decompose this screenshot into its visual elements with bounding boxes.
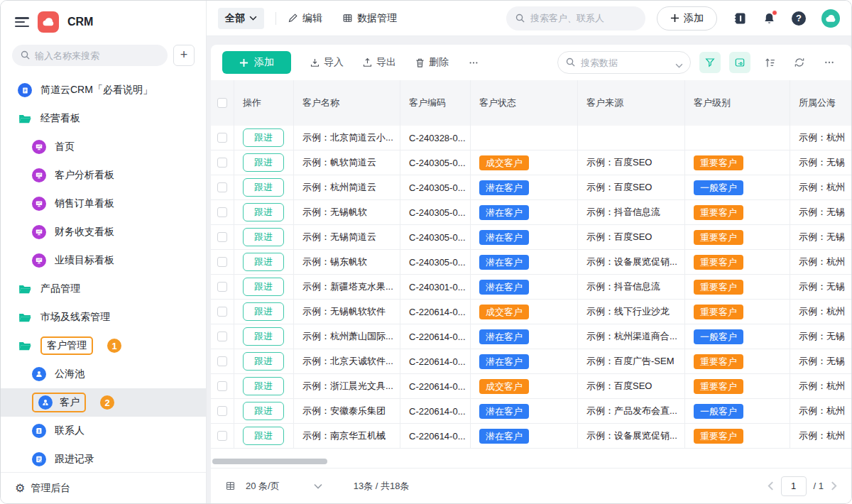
notebook-icon[interactable] [733, 11, 747, 26]
customer-status-cell: 潜在客户 [471, 324, 578, 349]
refresh-button[interactable] [789, 52, 810, 73]
page-size-select[interactable]: 20 条/页 [246, 480, 280, 493]
customer-code-cell: C-240305-0... [400, 175, 471, 199]
add-record-button[interactable]: 添加 [657, 6, 717, 31]
chevron-down-icon[interactable] [675, 58, 683, 71]
row-action-cell: 跟进 [234, 424, 294, 448]
add-button[interactable]: 添加 [222, 51, 291, 74]
sidebar-search-input[interactable] [12, 45, 168, 66]
table-row-5: 跟进示例：锡东帆软C-240305-0...潜在客户示例：设备展览促销...重要… [211, 250, 851, 275]
more-button[interactable] [467, 57, 480, 68]
row-checkbox[interactable] [217, 282, 227, 292]
delete-button[interactable]: 删除 [415, 56, 449, 69]
toolbar-more-button[interactable] [819, 52, 840, 73]
row-checkbox[interactable] [217, 332, 227, 341]
menu-toggle-icon[interactable] [15, 17, 29, 27]
export-button[interactable]: 导出 [362, 56, 396, 69]
follow-up-button[interactable]: 跟进 [243, 402, 284, 420]
row-checkbox[interactable] [217, 158, 227, 168]
follow-up-button[interactable]: 跟进 [243, 352, 284, 371]
table-search-input[interactable] [557, 51, 691, 74]
row-checkbox[interactable] [217, 207, 227, 217]
user-avatar[interactable] [821, 9, 840, 28]
customer-status-cell: 潜在客户 [471, 424, 578, 448]
row-checkbox[interactable] [217, 406, 227, 416]
page-input[interactable] [781, 476, 807, 496]
customer-code-cell: C-220614-0... [400, 374, 471, 398]
follow-up-button[interactable]: 跟进 [243, 327, 284, 346]
customer-name-cell: 示例：锡东帆软 [294, 250, 400, 274]
add-app-button[interactable]: + [173, 45, 195, 66]
sidebar-item-9[interactable]: 客户管理1 [1, 332, 206, 360]
table-body: 跟进示例：北京简道云小...C-240328-0...示例：杭州跟进示例：帆软简… [211, 126, 851, 449]
sidebar-item-1[interactable]: 经营看板 [1, 104, 206, 133]
notification-bell-icon[interactable] [763, 11, 776, 26]
topbar: 全部 编辑 数据管理 添加 [207, 1, 851, 36]
pool-cell: 示例：杭州 [790, 374, 851, 398]
sidebar-item-4[interactable]: 销售订单看板 [1, 190, 206, 218]
row-checkbox[interactable] [217, 232, 227, 242]
row-checkbox[interactable] [217, 182, 227, 192]
sidebar-item-6[interactable]: 业绩目标看板 [1, 246, 206, 275]
chevron-down-icon[interactable] [314, 483, 322, 489]
horizontal-scrollbar-thumb[interactable] [212, 459, 327, 464]
next-page-button[interactable] [831, 481, 837, 491]
select-all-checkbox[interactable] [217, 98, 227, 108]
follow-up-button[interactable]: 跟进 [243, 427, 284, 445]
sidebar-item-13[interactable]: 跟进记录 [1, 445, 206, 472]
edit-button[interactable]: 编辑 [288, 12, 322, 25]
sidebar-item-10[interactable]: 公海池 [1, 360, 206, 388]
row-checkbox[interactable] [217, 307, 227, 317]
row-select-cell [211, 424, 234, 448]
row-select-cell [211, 126, 234, 150]
sidebar-item-8[interactable]: 市场及线索管理 [1, 303, 206, 332]
display-settings-button[interactable] [729, 52, 750, 73]
follow-up-button[interactable]: 跟进 [243, 228, 284, 246]
row-checkbox[interactable] [217, 356, 227, 366]
sort-button[interactable] [759, 52, 780, 73]
admin-backend-button[interactable]: ⚙ 管理后台 [1, 472, 206, 503]
data-manage-button[interactable]: 数据管理 [342, 12, 397, 25]
row-checkbox[interactable] [217, 133, 227, 143]
sidebar-item-0[interactable]: 简道云CRM「必看说明」 [1, 76, 206, 104]
follow-up-button[interactable]: 跟进 [243, 302, 284, 321]
sidebar-item-7[interactable]: 产品管理 [1, 275, 206, 303]
filter-button[interactable] [699, 52, 721, 73]
scope-selector[interactable]: 全部 [218, 8, 264, 29]
sidebar-item-5[interactable]: 财务收支看板 [1, 218, 206, 246]
divider [275, 12, 276, 25]
export-icon [362, 57, 373, 68]
sidebar-item-12[interactable]: 联系人 [1, 417, 206, 445]
customer-code-cell: C-240328-0... [400, 126, 471, 150]
follow-up-button[interactable]: 跟进 [243, 128, 284, 147]
row-checkbox[interactable] [217, 431, 227, 441]
follow-up-button[interactable]: 跟进 [243, 278, 284, 296]
follow-up-button[interactable]: 跟进 [243, 203, 284, 221]
customer-source-cell: 示例：设备展览促销... [578, 250, 685, 274]
follow-up-button[interactable]: 跟进 [243, 377, 284, 395]
customer-name-cell: 示例：帆软简道云 [294, 150, 400, 175]
sidebar-item-2[interactable]: 首页 [1, 133, 206, 161]
row-action-cell: 跟进 [234, 275, 294, 299]
row-checkbox[interactable] [217, 381, 227, 391]
import-button[interactable]: 导入 [310, 56, 344, 69]
sidebar-item-3[interactable]: 客户分析看板 [1, 161, 206, 190]
row-checkbox[interactable] [217, 257, 227, 267]
dashboard-icon [32, 253, 46, 268]
follow-up-button[interactable]: 跟进 [243, 153, 284, 172]
table-row-6: 跟进示例：新疆塔克水果...C-240301-0...潜在客户示例：抖音信息流重… [211, 275, 851, 300]
sidebar-item-11[interactable]: 客户2 [1, 388, 206, 417]
customer-source-cell: 示例：百度SEO [578, 225, 685, 249]
global-search-input[interactable] [506, 6, 645, 31]
status-badge: 潜在客户 [479, 354, 529, 369]
folder-icon [18, 339, 32, 353]
customer-name-cell: 示例：杭州简道云 [294, 175, 400, 199]
search-icon [565, 57, 576, 70]
status-badge: 成交客户 [479, 155, 529, 170]
follow-up-button[interactable]: 跟进 [243, 178, 284, 197]
customer-code-cell: C-240305-0... [400, 200, 471, 224]
follow-up-button[interactable]: 跟进 [243, 253, 284, 271]
help-icon[interactable]: ? [792, 11, 806, 26]
sidebar-item-label: 联系人 [55, 424, 84, 437]
prev-page-button[interactable] [768, 481, 774, 491]
